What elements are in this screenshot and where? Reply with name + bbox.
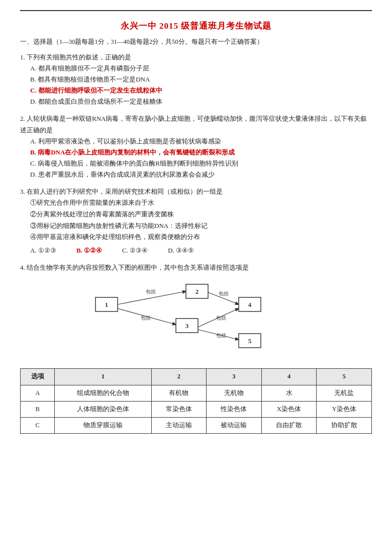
row-b-col3: 性染色体 [207,401,262,417]
row-a-col1: 组成细胞的化合物 [55,385,151,401]
row-c-col4: 自由扩散 [261,418,317,434]
q4-table: 选项 1 2 3 4 5 A 组成细胞的化合物 有机物 无机物 水 无机盐 [20,368,372,434]
row-c-col5: 协助扩散 [317,418,372,434]
svg-text:4: 4 [248,301,252,308]
svg-text:1: 1 [105,301,109,308]
col-header-5: 5 [317,369,372,385]
col-header-4: 4 [261,369,317,385]
svg-text:包括: 包括 [141,315,151,321]
q4-stem: 4. 结合生物学有关的内容按照数入下图的框图中，其中包含关系请请按照选项是 [20,264,249,271]
col-header-2: 2 [151,369,207,385]
q2-stem: 2. 人轮状病毒是一种双链RNA病毒，寄寄在肠小肠上皮细胞，可使肠蠕动加快，腹泻… [20,115,367,133]
q2-option-b: B. 病毒DNA在小肠上皮细胞内复制的材料中，会有氢键链的断裂和形成 [30,147,372,158]
q3-ans-a: A. ①②③ [30,245,56,256]
svg-text:包括: 包括 [216,333,226,338]
options-table: 选项 1 2 3 4 5 A 组成细胞的化合物 有机物 无机物 水 无机盐 [20,368,372,434]
page-title: 永兴一中 2015 级普通班月考生物试题 [20,20,372,32]
q2-option-d: D. 患者严重脱水后，垂体内合成或清灵素的抗利尿激素会会减少 [30,169,372,180]
row-c-label: C [21,418,55,434]
q2-options: A. 利用甲紫溶液染色，可以鉴别小肠上皮细胞是否被轮状病毒感染 B. 病毒DNA… [30,136,372,180]
row-b-col2: 常染色体 [151,401,207,417]
row-c-col2: 主动运输 [151,418,207,434]
q2-option-a: A. 利用甲紫溶液染色，可以鉴别小肠上皮细胞是否被轮状病毒感染 [30,136,372,147]
svg-text:包括: 包括 [219,291,229,296]
row-b-col5: Y染色体 [317,401,372,417]
col-header-1: 1 [55,369,151,385]
q4-diagram: 包括 包括 包括 包括 包括 1 2 3 4 5 [70,279,322,362]
table-row-c: C 物质穿膜运输 主动运输 被动运输 自由扩散 协助扩散 [21,418,372,434]
row-b-col1: 人体细胞的染色体 [55,401,151,417]
q3-stem: 3. 在前人进行的下列研究中，采用的研究技术相同（或相似）的一组是 [20,188,223,195]
question-2: 2. 人轮状病毒是一种双链RNA病毒，寄寄在肠小肠上皮细胞，可使肠蠕动加快，腹泻… [20,113,372,180]
row-b-col4: X染色体 [261,401,317,417]
q1-option-b: B. 都具有细胞核但遗传物质不一定是DNA [30,74,372,85]
q3-sub-2: ②分离紫外线处理过的青霉素菌落的严重诱变菌株 [30,209,372,220]
question-4: 4. 结合生物学有关的内容按照数入下图的框图中，其中包含关系请请按照选项是 包括… [20,262,372,434]
q1-option-c: C. 都能进行细胞呼吸但不一定发生在线粒体中 [30,85,372,96]
row-a-col5: 无机盐 [317,385,372,401]
q3-answers: A. ①②③ B. ①②④ C. ②③④ D. ③④⑤ [30,245,372,256]
q3-ans-d: D. ③④⑤ [168,245,194,256]
row-a-col4: 水 [261,385,317,401]
col-header-3: 3 [207,369,262,385]
svg-text:3: 3 [185,322,189,330]
svg-text:5: 5 [248,337,252,345]
row-c-col3: 被动运输 [207,418,262,434]
q3-sub-1: ①研究光合作用中所需能量的来源来自于水 [30,197,372,209]
table-header-row: 选项 1 2 3 4 5 [21,369,372,385]
q3-sub-3: ③用标记的细菌细胞内放射性磷元素与功能DNA：选择性标记 [30,220,372,232]
q3-sub-4: ④用甲基蓝溶液和碘化学处理组织样色，观察粪便糖的分布 [30,231,372,243]
col-header-option: 选项 [21,369,55,385]
table-row-a: A 组成细胞的化合物 有机物 无机物 水 无机盐 [21,385,372,401]
row-c-col1: 物质穿膜运输 [55,418,151,434]
q1-options: A. 都具有细胞膜但不一定具有磷脂分子层 B. 都具有细胞核但遗传物质不一定是D… [30,63,372,107]
q1-stem: 1. 下列有关细胞共性的叙述，正确的是 [20,53,131,61]
q3-ans-c: C. ②③④ [122,245,148,256]
table-row-b: B 人体细胞的染色体 常染色体 性染色体 X染色体 Y染色体 [21,401,372,417]
svg-text:包括: 包括 [216,315,226,321]
row-a-col2: 有机物 [151,385,207,401]
row-b-label: B [21,401,55,417]
diagram-svg: 包括 包括 包括 包括 包括 1 2 3 4 5 [70,279,322,362]
question-1: 1. 下列有关细胞共性的叙述，正确的是 A. 都具有细胞膜但不一定具有磷脂分子层… [20,52,372,107]
q1-option-d: D. 都能合成蛋白质但合成场所不一定是核糖体 [30,96,372,107]
q1-option-a: A. 都具有细胞膜但不一定具有磷脂分子层 [30,63,372,74]
q2-option-c: C. 病毒侵入细胞后，能被溶酶体中的蛋白酶R细胞判断到细胞特异性识别 [30,158,372,169]
section-header: 一、选择题（1—30题每题1分，31—40题每题2分，共50分。每题只有一个正确… [20,37,372,47]
question-3: 3. 在前人进行的下列研究中，采用的研究技术相同（或相似）的一组是 ①研究光合作… [20,186,372,256]
top-divider [20,10,372,11]
q3-ans-b: B. ①②④ [76,245,102,256]
svg-text:2: 2 [195,288,199,295]
row-a-col3: 无机物 [207,385,262,401]
q3-sub-options: ①研究光合作用中所需能量的来源来自于水 ②分离紫外线处理过的青霉素菌落的严重诱变… [30,197,372,243]
svg-text:包括: 包括 [146,289,156,294]
row-a-label: A [21,385,55,401]
